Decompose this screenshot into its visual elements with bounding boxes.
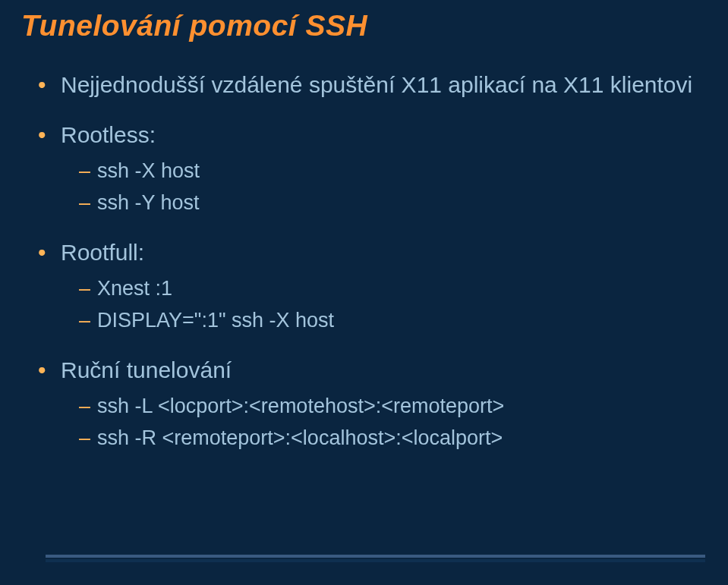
bullet-text: Rootfull:: [61, 240, 144, 265]
sub-item: ssh -R <remoteport>:<localhost>:<localpo…: [79, 423, 707, 454]
sub-list: ssh -L <locport>:<remotehost>:<remotepor…: [61, 391, 707, 454]
bullet-item: Ruční tunelování ssh -L <locport>:<remot…: [38, 354, 707, 454]
sub-list: ssh -X host ssh -Y host: [61, 156, 707, 219]
bullet-list: Nejjednodušší vzdálené spuštění X11 apli…: [21, 68, 707, 454]
sub-item: Xnest :1: [79, 273, 707, 305]
bullet-text: Ruční tunelování: [61, 357, 232, 382]
bullet-item: Rootless: ssh -X host ssh -Y host: [38, 118, 707, 219]
sub-item: ssh -L <locport>:<remotehost>:<remotepor…: [79, 391, 707, 423]
bullet-item: Nejjednodušší vzdálené spuštění X11 apli…: [38, 68, 707, 102]
bullet-text: Rootless:: [61, 122, 156, 147]
footer-divider: [46, 555, 705, 558]
sub-item: ssh -X host: [79, 156, 707, 187]
footer-divider-shadow: [46, 559, 705, 562]
bullet-text: Nejjednodušší vzdálené spuštění X11 apli…: [61, 72, 692, 97]
sub-list: Xnest :1 DISPLAY=":1" ssh -X host: [61, 273, 707, 337]
bullet-item: Rootfull: Xnest :1 DISPLAY=":1" ssh -X h…: [38, 236, 707, 337]
slide-title: Tunelování pomocí SSH: [21, 9, 707, 42]
sub-item: DISPLAY=":1" ssh -X host: [79, 305, 707, 337]
sub-item: ssh -Y host: [79, 187, 707, 219]
